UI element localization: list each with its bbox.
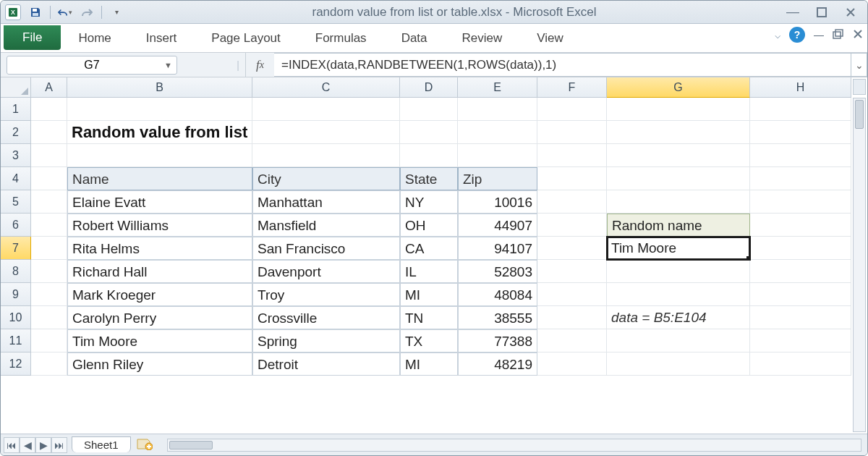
cell[interactable]	[750, 98, 851, 121]
cell-name[interactable]: Mark Kroeger	[67, 283, 252, 306]
cell-state[interactable]: MI	[400, 352, 458, 376]
col-header-E[interactable]: E	[458, 77, 537, 98]
cell[interactable]	[537, 283, 607, 306]
col-header-G[interactable]: G	[607, 77, 750, 98]
cell-name[interactable]: Rita Helms	[67, 237, 252, 260]
cell[interactable]	[607, 190, 750, 214]
table-header-city[interactable]: City	[252, 167, 400, 190]
formula-input[interactable]: =INDEX(data,RANDBETWEEN(1,ROWS(data)),1)	[274, 53, 851, 77]
cell[interactable]	[458, 98, 537, 121]
cell[interactable]	[458, 121, 537, 144]
cell[interactable]	[537, 352, 607, 376]
cell[interactable]	[537, 144, 607, 167]
tab-data[interactable]: Data	[384, 24, 445, 52]
cell-state[interactable]: MI	[400, 283, 458, 306]
row-header-10[interactable]: 10	[1, 306, 31, 329]
row-header-6[interactable]: 6	[1, 214, 31, 237]
row-header-8[interactable]: 8	[1, 260, 31, 283]
cell[interactable]	[750, 306, 851, 329]
col-header-F[interactable]: F	[537, 77, 607, 98]
redo-icon[interactable]	[80, 5, 94, 20]
cell[interactable]	[750, 214, 851, 237]
row-header-3[interactable]: 3	[1, 144, 31, 167]
cell[interactable]	[400, 98, 458, 121]
scrollbar-thumb[interactable]	[855, 100, 864, 129]
cell[interactable]	[607, 167, 750, 190]
col-header-A[interactable]: A	[31, 77, 67, 98]
cell-zip[interactable]: 10016	[458, 190, 537, 214]
cell[interactable]	[750, 121, 851, 144]
cell[interactable]	[31, 329, 67, 352]
cell-zip[interactable]: 48084	[458, 283, 537, 306]
close-icon[interactable]	[843, 4, 859, 20]
row-header-7[interactable]: 7	[1, 237, 31, 260]
chevron-down-icon[interactable]: ▼	[164, 61, 172, 69]
cell[interactable]	[31, 260, 67, 283]
vertical-scrollbar[interactable]	[853, 98, 866, 432]
horizontal-scrollbar[interactable]	[167, 439, 861, 452]
cell-zip[interactable]: 38555	[458, 306, 537, 329]
sheet-title[interactable]: Random value from list or table	[67, 121, 252, 144]
cell[interactable]	[537, 214, 607, 237]
new-sheet-icon[interactable]	[137, 437, 153, 452]
cell-state[interactable]: TN	[400, 306, 458, 329]
cell-state[interactable]: NY	[400, 190, 458, 214]
cell-city[interactable]: Troy	[252, 283, 400, 306]
tab-view[interactable]: View	[519, 24, 581, 52]
cell-name[interactable]: Elaine Evatt	[67, 190, 252, 214]
workbook-restore-icon[interactable]	[833, 29, 844, 41]
cell[interactable]	[607, 260, 750, 283]
col-header-B[interactable]: B	[67, 77, 252, 98]
cell[interactable]	[750, 260, 851, 283]
cell-name[interactable]: Tim Moore	[67, 329, 252, 352]
cell-city[interactable]: Davenport	[252, 260, 400, 283]
tab-page-layout[interactable]: Page Layout	[194, 24, 297, 52]
cell[interactable]	[252, 144, 400, 167]
workbook-minimize-icon[interactable]: ―	[814, 29, 824, 41]
cell[interactable]	[31, 214, 67, 237]
qat-customize-icon[interactable]: ▾	[109, 5, 124, 20]
select-all-triangle[interactable]	[1, 77, 31, 98]
cell[interactable]	[537, 329, 607, 352]
cell[interactable]	[607, 144, 750, 167]
cell[interactable]	[607, 329, 750, 352]
cell-zip[interactable]: 77388	[458, 329, 537, 352]
cell[interactable]	[400, 144, 458, 167]
cell[interactable]	[607, 352, 750, 376]
minimize-icon[interactable]: ―	[785, 4, 801, 20]
cell[interactable]	[31, 283, 67, 306]
cell-city[interactable]: Detroit	[252, 352, 400, 376]
tab-home[interactable]: Home	[61, 24, 128, 52]
cell[interactable]	[458, 144, 537, 167]
row-header-2[interactable]: 2	[1, 121, 31, 144]
spreadsheet-grid[interactable]: A B C D E F G H 1 2 Random value from li…	[1, 77, 867, 434]
row-header-4[interactable]: 4	[1, 167, 31, 190]
sheet-nav-next-icon[interactable]: ▶	[35, 437, 51, 453]
sheet-nav-first-icon[interactable]: ⏮	[4, 437, 20, 453]
cell-city[interactable]: San Francisco	[252, 237, 400, 260]
file-tab[interactable]: File	[4, 25, 61, 50]
formula-expand-icon[interactable]: ⌄	[851, 53, 867, 77]
cell[interactable]	[400, 121, 458, 144]
cell[interactable]	[31, 306, 67, 329]
tab-review[interactable]: Review	[445, 24, 520, 52]
cell[interactable]	[607, 121, 750, 144]
col-header-C[interactable]: C	[252, 77, 400, 98]
cell-name[interactable]: Richard Hall	[67, 260, 252, 283]
maximize-icon[interactable]	[814, 4, 830, 20]
row-header-9[interactable]: 9	[1, 283, 31, 306]
name-box[interactable]: G7 ▼	[7, 56, 177, 75]
cell[interactable]	[537, 121, 607, 144]
tab-insert[interactable]: Insert	[129, 24, 195, 52]
cell[interactable]	[67, 144, 252, 167]
cell-zip[interactable]: 44907	[458, 214, 537, 237]
cell[interactable]	[750, 237, 851, 260]
cell[interactable]	[31, 121, 67, 144]
cell-name[interactable]: Glenn Riley	[67, 352, 252, 376]
cell[interactable]	[31, 144, 67, 167]
cell[interactable]	[31, 352, 67, 376]
ribbon-minimize-icon[interactable]: ⌵	[775, 29, 780, 41]
workbook-close-icon[interactable]	[853, 29, 863, 41]
cell[interactable]	[537, 260, 607, 283]
cell[interactable]	[31, 190, 67, 214]
